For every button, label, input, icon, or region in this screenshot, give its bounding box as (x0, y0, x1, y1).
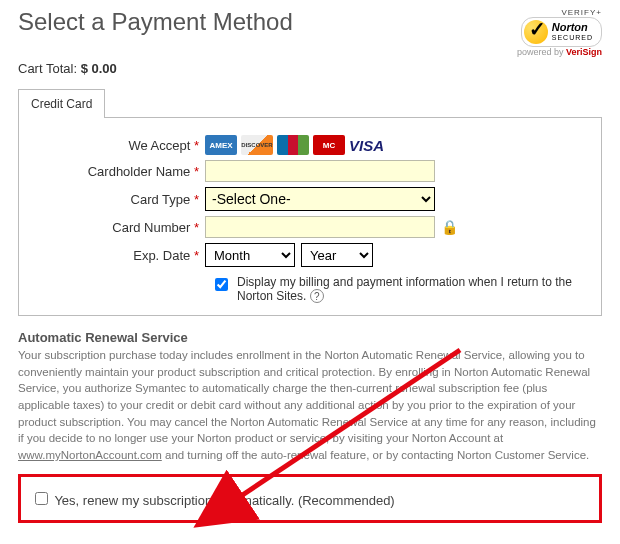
powered-by: powered by (517, 47, 564, 57)
card-number-label: Card Number (112, 220, 190, 235)
norton-account-link[interactable]: www.myNortonAccount.com (18, 449, 162, 461)
tab-credit-card[interactable]: Credit Card (18, 89, 105, 118)
accepted-cards: AMEX DISCOVER MC VISA (205, 135, 384, 155)
auto-renew-checkbox[interactable] (35, 492, 48, 505)
page-title: Select a Payment Method (18, 8, 293, 36)
exp-date-label: Exp. Date (133, 248, 190, 263)
auto-renewal-heading: Automatic Renewal Service (18, 330, 602, 345)
cart-total-amount: $ 0.00 (81, 61, 117, 76)
display-info-checkbox[interactable] (215, 278, 228, 291)
cart-total: Cart Total: $ 0.00 (18, 61, 602, 76)
cart-total-label: Cart Total: (18, 61, 77, 76)
lock-icon: 🔒 (441, 219, 458, 235)
card-number-input[interactable] (205, 216, 435, 238)
cardholder-input[interactable] (205, 160, 435, 182)
exp-year-select[interactable]: Year (301, 243, 373, 267)
norton-seal: ✓ Norton SECURED (521, 17, 602, 47)
mastercard-icon: MC (313, 135, 345, 155)
card-type-label: Card Type (131, 192, 191, 207)
auto-renewal-text: Your subscription purchase today include… (18, 347, 602, 464)
help-icon[interactable]: ? (310, 289, 324, 303)
norton-seal-icon: ✓ (524, 20, 548, 44)
cardholder-label: Cardholder Name (88, 164, 191, 179)
seal-brand: Norton (552, 22, 593, 33)
norton-badge: VERIFY+ ✓ Norton SECURED powered by Veri… (517, 8, 602, 57)
jcb-icon (277, 135, 309, 155)
auto-renew-label: Yes, renew my subscription automatically… (54, 493, 394, 508)
display-info-label: Display my billing and payment informati… (237, 275, 572, 303)
visa-icon: VISA (349, 135, 384, 155)
card-type-select[interactable]: -Select One- (205, 187, 435, 211)
verisign: VeriSign (566, 47, 602, 57)
payment-panel: We Accept * AMEX DISCOVER MC VISA Cardho… (18, 117, 602, 316)
discover-icon: DISCOVER (241, 135, 273, 155)
we-accept-label: We Accept (128, 138, 190, 153)
amex-icon: AMEX (205, 135, 237, 155)
seal-sub: SECURED (552, 34, 593, 41)
exp-month-select[interactable]: Month (205, 243, 295, 267)
renew-highlight-box: Yes, renew my subscription automatically… (18, 474, 602, 523)
verify-text: VERIFY+ (517, 8, 602, 17)
